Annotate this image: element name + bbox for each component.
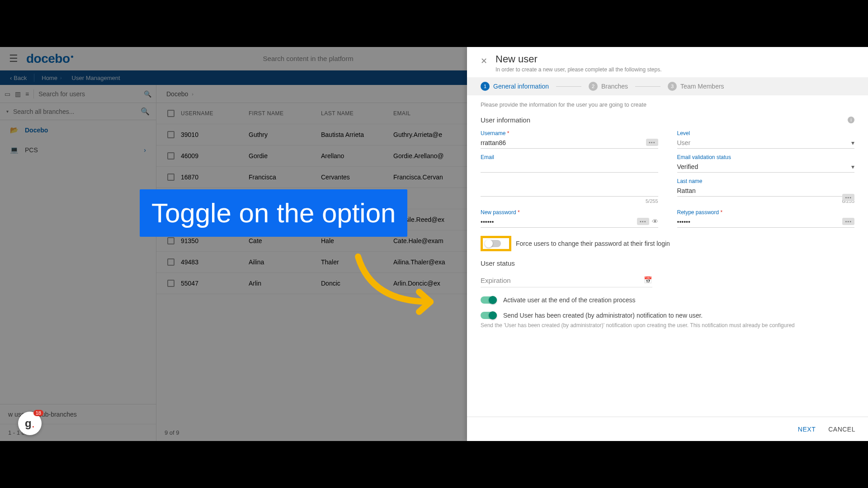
search-icon[interactable]: 🔍 (144, 90, 151, 98)
field-new-password: New password * •••👁 (481, 209, 658, 228)
col-firstname[interactable]: FIRST NAME (249, 110, 321, 117)
field-username: Username * ••• (481, 130, 658, 149)
next-button[interactable]: NEXT (798, 426, 816, 433)
annotation-arrow-icon (349, 252, 448, 315)
folder-open-icon: 📂 (10, 126, 19, 134)
notif-note: Send the 'User has been created (by admi… (481, 322, 854, 329)
autofill-icon[interactable]: ••• (637, 218, 649, 225)
cell-firstname: Ailina (249, 258, 321, 266)
laptop-icon: 💻 (10, 146, 19, 154)
activate-user-row: Activate user at the end of the creation… (481, 296, 854, 304)
force-password-toggle[interactable] (485, 240, 501, 247)
section-user-info: User information i (481, 116, 854, 124)
step-branches[interactable]: 2 Branches (589, 82, 628, 91)
modal-title: New user (495, 53, 662, 65)
field-firstname: . 5/255 (481, 178, 658, 204)
field-email: Email (481, 154, 658, 173)
autofill-icon[interactable]: ••• (842, 218, 854, 225)
step-general-info[interactable]: 1 General information (481, 82, 549, 91)
tree-item-docebo[interactable]: 📂 Docebo (0, 120, 156, 140)
branch-search-input[interactable] (13, 108, 141, 115)
new-password-input[interactable] (481, 216, 658, 228)
collapse-icon[interactable]: ▾ (6, 109, 9, 114)
chevron-down-icon: ▾ (851, 139, 854, 146)
row-checkbox[interactable] (167, 280, 175, 287)
row-checkbox[interactable] (167, 174, 175, 181)
eye-icon[interactable]: 👁 (652, 218, 658, 225)
col-lastname[interactable]: LAST NAME (321, 110, 393, 117)
retype-password-input[interactable] (677, 216, 855, 228)
field-retype-password: Retype password * ••• (677, 209, 855, 228)
breadcrumb-user-mgmt[interactable]: User Management (68, 75, 124, 81)
cell-firstname: Francisca (249, 174, 321, 181)
annotation-callout: Toggle on the option (140, 189, 407, 237)
cell-username: 46009 (181, 152, 249, 160)
select-all-checkbox[interactable] (167, 110, 175, 117)
send-notif-label: Send User has been created (by administr… (503, 312, 703, 319)
global-search[interactable]: Search content in the platform (263, 55, 354, 62)
activate-user-label: Activate user at the end of the creation… (503, 296, 636, 304)
info-icon[interactable]: i (848, 117, 854, 123)
email-validation-select[interactable]: Verified (677, 163, 698, 170)
back-button[interactable]: ‹ Back (6, 75, 30, 81)
force-password-row: Force users to change their password at … (481, 236, 854, 251)
force-password-label: Force users to change their password at … (516, 240, 670, 247)
cell-username: 16870 (181, 174, 249, 181)
cell-firstname: Gordie (249, 152, 321, 160)
hamburger-icon[interactable]: ☰ (9, 53, 18, 65)
cell-firstname: Cate (249, 237, 321, 244)
tree-item-pcs[interactable]: 💻 PCS › (0, 140, 156, 160)
left-panel: ▭ ▥ ≡ 🔍 ▾ 🔍 📂 Docebo 💻 PCS › (0, 85, 156, 441)
row-checkbox[interactable] (167, 152, 175, 160)
user-search-input[interactable] (38, 90, 139, 98)
cell-firstname: Arlin (249, 280, 321, 287)
send-notif-toggle[interactable] (481, 312, 497, 319)
expiration-field[interactable]: Expiration 📅 (481, 273, 652, 287)
cell-lastname: Hale (321, 237, 393, 244)
firstname-counter: 5/255 (481, 198, 658, 204)
search-icon[interactable]: 🔍 (141, 107, 150, 116)
level-select[interactable]: User (677, 139, 691, 146)
row-checkbox[interactable] (167, 237, 175, 244)
new-user-modal: ✕ New user In order to create a new user… (467, 47, 868, 441)
col-username[interactable]: USERNAME (181, 110, 249, 117)
activate-user-toggle[interactable] (481, 296, 497, 304)
folder-icon[interactable]: ▭ (5, 90, 10, 98)
guru-widget[interactable]: g. 18 (18, 412, 42, 435)
section-user-status: User status (481, 259, 854, 267)
field-email-validation: Email validation status Verified ▾ (677, 154, 855, 173)
autofill-icon[interactable]: ••• (842, 194, 854, 201)
lastname-input[interactable] (677, 185, 855, 197)
chevron-right-icon: › (144, 146, 146, 154)
field-lastname: Last name ••• 6/255 (677, 178, 855, 204)
breadcrumb-home[interactable]: Home› (38, 75, 68, 81)
cancel-button[interactable]: CANCEL (828, 426, 855, 433)
stepper: 1 General information 2 Branches 3 Team … (467, 77, 868, 95)
guru-notification-badge: 18 (33, 410, 43, 416)
logo: docebo (26, 52, 73, 66)
cell-username: 55047 (181, 280, 249, 287)
filter-icon[interactable]: ≡ (25, 90, 29, 98)
cell-lastname: Cervantes (321, 174, 393, 181)
list-icon[interactable]: ▥ (15, 90, 21, 98)
send-notif-row: Send User has been created (by administr… (481, 312, 854, 319)
field-level: Level User ▾ (677, 130, 855, 149)
modal-hint: Please provide the information for the u… (481, 102, 854, 108)
cell-lastname: Arellano (321, 152, 393, 160)
cell-lastname: Bautista Arrieta (321, 131, 393, 138)
row-checkbox[interactable] (167, 131, 175, 138)
autofill-icon[interactable]: ••• (646, 139, 658, 146)
username-input[interactable] (481, 137, 658, 149)
firstname-input[interactable] (481, 185, 658, 197)
cell-username: 49483 (181, 258, 249, 266)
cell-firstname: Guthry (249, 131, 321, 138)
row-checkbox[interactable] (167, 258, 175, 266)
email-input[interactable] (481, 161, 658, 173)
cell-username: 39010 (181, 131, 249, 138)
modal-subtitle: In order to create a new user, please co… (495, 66, 662, 73)
lastname-counter: 6/255 (677, 198, 855, 204)
step-team-members[interactable]: 3 Team Members (668, 82, 724, 91)
close-icon[interactable]: ✕ (481, 56, 487, 66)
chevron-down-icon: ▾ (851, 163, 854, 170)
calendar-icon[interactable]: 📅 (644, 276, 652, 284)
